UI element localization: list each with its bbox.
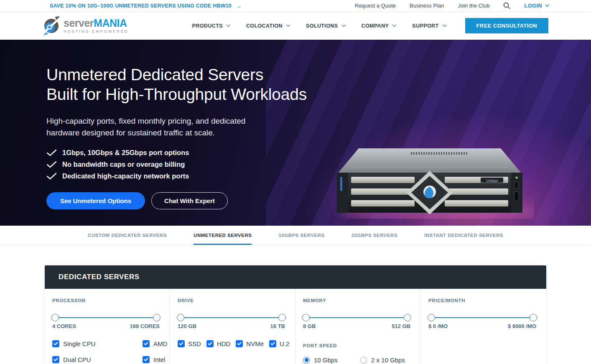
chevron-down-icon (226, 24, 231, 27)
checkbox-option[interactable]: AMD (143, 340, 167, 347)
promo-message: SAVE 10% ON 10G–100G UNMETERED SERVERS U… (50, 3, 232, 9)
slider-track (431, 317, 533, 318)
servermania-logo-icon (43, 16, 60, 36)
login-button[interactable]: LOGIN (524, 3, 550, 9)
radio-button[interactable] (303, 357, 310, 364)
tab[interactable]: 10GBPS SERVERS (278, 226, 324, 245)
free-consultation-button[interactable]: FREE CONSULTATION (465, 18, 548, 33)
port-speed-label: PORT SPEED (303, 343, 410, 348)
checkmark-icon (46, 161, 57, 168)
slider-handle-max[interactable] (153, 314, 160, 321)
tab[interactable]: 25GBPS SERVERS (352, 226, 397, 245)
checkbox[interactable] (143, 356, 150, 363)
nav-menu-item[interactable]: SOLUTIONS (306, 23, 346, 29)
hero-subtitle: High-capacity ports, fixed monthly prici… (46, 115, 275, 138)
checkbox[interactable] (178, 340, 185, 347)
slider-handle-min[interactable] (428, 314, 435, 321)
utility-link[interactable]: Request a Quote (355, 3, 396, 9)
drive-max-value: 16 TB (270, 323, 285, 329)
memory-range-slider (303, 314, 410, 321)
checkbox-option[interactable]: SSD (178, 340, 201, 347)
promo-bar: SAVE 10% ON 10G–100G UNMETERED SERVERS U… (0, 0, 591, 12)
nav-menu-item[interactable]: COMPANY (362, 23, 397, 29)
checkbox[interactable] (52, 340, 59, 347)
slider-handle-max[interactable] (530, 314, 537, 321)
drive-label: DRIVE (178, 298, 285, 303)
hero-section: Unmetered Dedicated Servers Built for Hi… (0, 40, 591, 226)
slider-track (306, 317, 408, 318)
hero-feature-list: 1Gbps, 10Gbps & 25Gbps port options No b… (46, 149, 307, 180)
memory-max-value: 512 GB (392, 323, 410, 329)
drive-filter-column: DRIVE 120 GB 16 TB SSD (170, 289, 296, 364)
see-unmetered-options-button[interactable]: See Unmetered Options (46, 192, 145, 209)
checkbox-option[interactable]: U.2 (269, 340, 289, 347)
search-icon[interactable] (503, 2, 510, 9)
checkmark-icon (46, 149, 57, 156)
checkbox-option[interactable]: NVMe (236, 340, 264, 347)
checkbox[interactable] (236, 340, 243, 347)
drive-range-slider (178, 314, 285, 321)
utility-link[interactable]: Business Plan (410, 3, 444, 9)
hero-title-line1: Unmetered Dedicated Servers (46, 65, 307, 84)
slider-handle-min[interactable] (302, 314, 310, 321)
nav-menu-item[interactable]: SUPPORT (412, 23, 446, 29)
checkbox[interactable] (52, 356, 59, 363)
processor-filter-column: PROCESSOR 4 CORES 168 CORES Single CPU (45, 289, 170, 364)
hero-title-line2: Built for High-Throughput Workloads (46, 84, 307, 104)
brand-name-blue: MANIA (94, 17, 127, 29)
drive-options: SSD HDD NVMe (178, 340, 285, 347)
checkmark-icon (46, 173, 57, 180)
chat-with-expert-button[interactable]: Chat With Expert (151, 192, 228, 209)
checkbox-option[interactable]: HDD (206, 340, 231, 347)
brand-name-gray: server (64, 17, 94, 29)
chevron-down-icon (442, 24, 447, 27)
chevron-down-icon (286, 24, 290, 27)
nav-menu: PRODUCTS COLOCATION SOLUTIONS COMPANY SU… (192, 23, 447, 29)
server-type-tabs: CUSTOM DEDICATED SERVERS UNMETERED SERVE… (0, 226, 591, 245)
radio-option[interactable]: 10 Gbps (303, 356, 360, 364)
login-label: LOGIN (524, 3, 542, 9)
radio-button[interactable] (360, 357, 367, 364)
utility-links: Request a Quote Business Plan Join the C… (355, 3, 490, 9)
promo-right-links: Request a Quote Business Plan Join the C… (355, 2, 550, 9)
tab[interactable]: CUSTOM DEDICATED SERVERS (88, 226, 167, 245)
tab[interactable]: UNMETERED SERVERS (194, 226, 252, 245)
brand-tagline: HOSTING EMPOWERED (64, 29, 129, 33)
dedicated-servers-panel: DEDICATED SERVERS PROCESSOR 4 CORES 168 … (45, 265, 546, 364)
utility-link[interactable]: Join the Club (458, 3, 489, 9)
checkbox[interactable] (206, 340, 214, 347)
price-min-value: $ 0 /MO (428, 323, 448, 329)
slider-track (55, 317, 157, 318)
memory-label: MEMORY (303, 298, 410, 303)
slider-handle-min[interactable] (51, 314, 59, 321)
radio-option[interactable]: 2 x 10 Gbps (360, 356, 410, 364)
price-range-slider (428, 314, 536, 321)
server-badge-label: 10Gbps (486, 179, 498, 183)
processor-min-value: 4 CORES (52, 323, 76, 329)
panel-title: DEDICATED SERVERS (45, 265, 546, 289)
arrow-right-icon: → (235, 3, 242, 9)
hero-title: Unmetered Dedicated Servers Built for Hi… (46, 65, 307, 104)
slider-handle-max[interactable] (278, 314, 286, 321)
nav-menu-item[interactable]: PRODUCTS (192, 23, 231, 29)
slider-handle-min[interactable] (177, 314, 184, 321)
port-speed-options: 10 Gbps 2 x 10 Gbps 25 Gbps 2 x (303, 356, 410, 364)
slider-handle-max[interactable] (404, 314, 411, 321)
server-illustration: 10Gbps (325, 143, 534, 219)
tab[interactable]: INSTANT DEDICATED SERVERS (424, 226, 503, 245)
price-filter-column: PRICE/MONTH $ 0 /MO $ 6000 /MO (421, 289, 546, 364)
checkbox-option[interactable]: Intel (143, 356, 167, 363)
checkbox-option[interactable]: Single CPU (52, 340, 143, 347)
price-label: PRICE/MONTH (428, 298, 536, 303)
nav-menu-item[interactable]: COLOCATION (246, 23, 290, 29)
slider-track (181, 317, 282, 318)
promo-link[interactable]: SAVE 10% ON 10G–100G UNMETERED SERVERS U… (50, 3, 242, 9)
checkbox-option[interactable]: Dual CPU (52, 356, 143, 363)
checkbox[interactable] (143, 340, 150, 347)
chevron-down-icon (341, 24, 346, 27)
processor-max-value: 168 CORES (130, 323, 160, 329)
checkbox[interactable] (269, 340, 276, 347)
hero-feature: No bandwidth caps or overage billing (46, 160, 307, 168)
processor-range-slider (52, 314, 160, 321)
brand-logo[interactable]: serverMANIA HOSTING EMPOWERED (43, 16, 129, 36)
